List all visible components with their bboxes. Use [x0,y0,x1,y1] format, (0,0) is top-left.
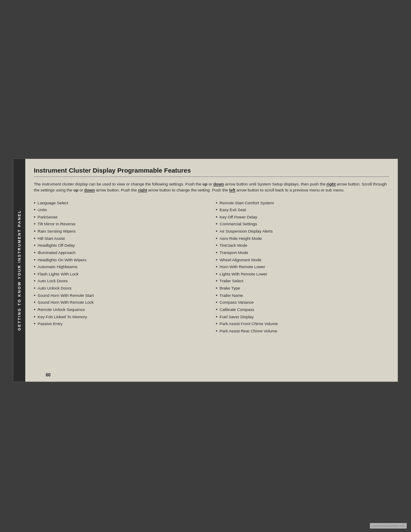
list-item: •Brake Type [216,285,389,292]
list-item: •Commercial Settings [216,221,389,228]
list-item: •Sound Horn With Remote Lock [34,299,207,306]
bullet-icon: • [34,243,36,248]
list-item: •Sound Horn With Remote Start [34,292,207,299]
sidebar-panel: GETTING TO KNOW YOUR INSTRUMENT PANEL [13,159,25,382]
list-item: •Compass Variance [216,299,389,306]
bullet-icon: • [34,229,36,233]
bullet-icon: • [216,257,217,262]
list-item: •Horn With Remote Lower [216,263,389,271]
list-item: •Tilt Mirror In Reverse [34,221,207,228]
list-item: •Remote Start Comfort System [216,200,389,207]
list-item: •Auto Lock Doors [34,278,207,285]
bullet-icon: • [216,300,217,305]
list-item: •Key Fob Linked To Memory [34,314,207,321]
bullet-icon: • [34,215,36,219]
list-item: •Units [34,206,207,214]
right-column: •Remote Start Comfort System•Easy Exit S… [216,200,389,335]
list-item: •Passive Entry [34,320,207,328]
list-item: •Remote Unlock Sequence [34,306,207,314]
sidebar-label: GETTING TO KNOW YOUR INSTRUMENT PANEL [17,210,21,331]
list-item: •Headlights Off Delay [34,242,207,249]
list-item: •ParkSense [34,214,207,221]
page-title: Instrument Cluster Display Programmable … [34,167,389,177]
left-column: •Language Select•Units•ParkSense•Tilt Mi… [34,200,207,335]
bullet-icon: • [216,221,217,226]
list-item: •Flash Lights With Lock [34,271,207,278]
bullet-icon: • [216,264,217,269]
list-item: •Rain Sensing Wipers [34,228,207,235]
bullet-icon: • [34,257,36,262]
bullet-icon: • [216,236,217,241]
bullet-icon: • [216,229,217,233]
bullet-icon: • [216,243,217,248]
bullet-icon: • [216,329,217,333]
list-item: •Calibrate Compass [216,306,389,314]
list-item: •Park Assist Front Chime Volume [216,320,389,328]
list-item: •Transport Mode [216,249,389,257]
bullet-icon: • [34,207,36,212]
list-item: •Air Suspension Display Alerts [216,228,389,235]
list-item: •Language Select [34,200,207,207]
main-content: Instrument Cluster Display Programmable … [25,159,398,382]
list-item: •Park Assist Rear Chime Volume [216,328,389,335]
watermark: carmanualsonline.info [370,523,407,529]
bullet-icon: • [216,314,217,319]
bullet-icon: • [216,286,217,290]
list-item: •Fuel Saver Display [216,314,389,321]
bullet-icon: • [216,272,217,276]
bullet-icon: • [34,321,36,326]
bullet-icon: • [34,286,36,290]
bullet-icon: • [34,221,36,226]
bullet-icon: • [216,307,217,312]
bullet-icon: • [34,250,36,255]
bullet-icon: • [34,200,36,205]
list-item: •Wheel Alignment Mode [216,257,389,264]
page-number: 60 [46,373,51,377]
list-item: •Key Off Power Delay [216,214,389,221]
bullet-icon: • [216,321,217,326]
bullet-icon: • [216,207,217,212]
list-item: •Illuminated Approach [34,249,207,257]
list-item: •Aero Ride Height Mode [216,235,389,242]
bullet-icon: • [34,264,36,269]
list-item: •Hill Start Assist [34,235,207,242]
bullet-icon: • [34,272,36,276]
bullet-icon: • [34,307,36,312]
bullet-icon: • [34,314,36,319]
bullet-icon: • [216,278,217,283]
bullet-icon: • [34,293,36,298]
bullet-icon: • [34,278,36,283]
content-area: GETTING TO KNOW YOUR INSTRUMENT PANEL In… [13,158,398,382]
article-description: The instrument cluster display can be us… [34,181,389,194]
list-item: •Trailer Name [216,292,389,299]
features-grid: •Language Select•Units•ParkSense•Tilt Mi… [34,200,389,335]
list-item: •Automatic Highbeams [34,263,207,271]
list-item: •Headlights On With Wipers [34,257,207,264]
bullet-icon: • [34,300,36,305]
bullet-icon: • [216,200,217,205]
list-item: •Easy Exit Seat [216,206,389,214]
bullet-icon: • [216,215,217,219]
list-item: •Trailer Select [216,278,389,285]
bullet-icon: • [34,236,36,241]
bullet-icon: • [216,293,217,298]
list-item: •Tire/Jack Mode [216,242,389,249]
list-item: •Lights With Remote Lower [216,271,389,278]
bullet-icon: • [216,250,217,255]
list-item: •Auto Unlock Doors [34,285,207,292]
